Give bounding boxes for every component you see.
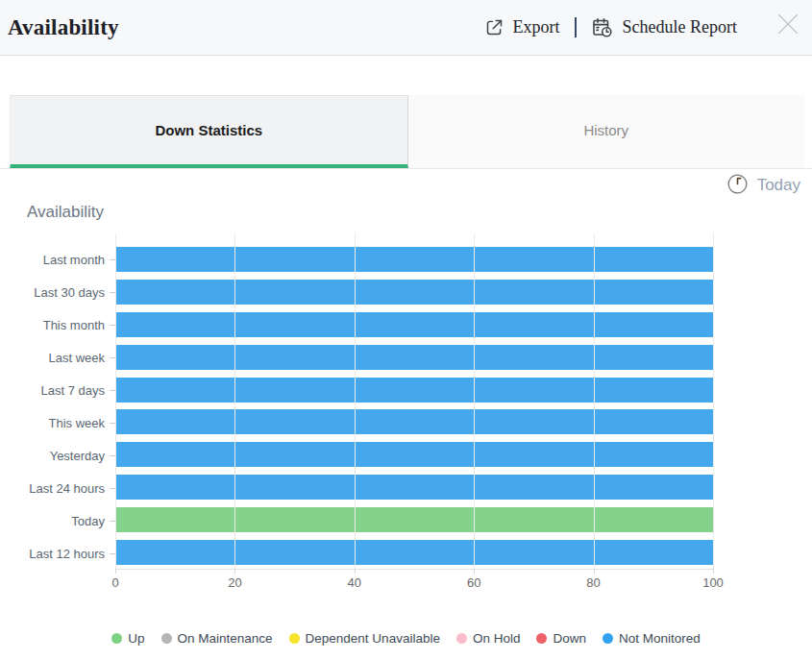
gridline: [234, 233, 235, 569]
legend-item[interactable]: Up: [111, 631, 144, 646]
y-axis-labels: Last monthLast 30 daysThis monthLast wee…: [0, 230, 115, 570]
close-icon: [774, 10, 802, 38]
category-label: Last month: [0, 243, 115, 276]
category-label: Last 7 days: [0, 374, 115, 406]
clock-icon[interactable]: [726, 172, 750, 200]
x-tick-mark: [713, 569, 714, 574]
dialog-title: Availability: [8, 15, 119, 40]
schedule-report-label: Schedule Report: [623, 17, 737, 37]
plot-area: [115, 230, 713, 570]
x-tick-label: 0: [111, 575, 118, 590]
legend-item[interactable]: Dependent Unavailable: [289, 631, 440, 646]
bar-row: [115, 243, 713, 276]
x-tick-label: 20: [228, 575, 241, 590]
bar-row: [115, 471, 713, 503]
availability-bar[interactable]: [115, 312, 713, 337]
tab-history-label: History: [583, 122, 628, 138]
x-axis: 020406080100: [115, 570, 713, 595]
dialog-header: Availability Export: [0, 0, 812, 56]
bar-row: [115, 438, 713, 471]
legend-dot-icon: [603, 633, 613, 644]
gridline: [474, 233, 475, 569]
x-tick-label: 60: [467, 575, 480, 590]
bar-row: [115, 503, 713, 536]
close-button[interactable]: [771, 7, 805, 41]
gridline: [115, 233, 116, 569]
bar-row: [115, 308, 713, 341]
availability-bar[interactable]: [115, 247, 713, 272]
bar-rows: [115, 243, 713, 569]
category-label: Last week: [0, 341, 115, 374]
legend-label: Dependent Unavailable: [306, 631, 440, 646]
legend-dot-icon: [536, 633, 547, 644]
legend-label: On Maintenance: [178, 631, 273, 646]
x-tick-label: 40: [348, 575, 361, 590]
category-label: Yesterday: [0, 439, 115, 472]
availability-bar[interactable]: [115, 475, 713, 500]
availability-bar[interactable]: [115, 280, 713, 305]
x-tick-label: 100: [702, 575, 724, 590]
tab-down-statistics-label: Down Statistics: [155, 122, 262, 138]
action-separator: [575, 17, 577, 37]
category-label: Last 30 days: [0, 276, 115, 308]
bar-row: [115, 341, 713, 374]
bar-row: [115, 374, 713, 406]
schedule-report-button[interactable]: Schedule Report: [591, 16, 737, 39]
period-row: Today: [0, 170, 812, 201]
bar-row: [115, 406, 713, 439]
category-label: Today: [0, 504, 115, 537]
availability-bar[interactable]: [115, 540, 713, 565]
calendar-clock-icon: [591, 16, 614, 39]
period-label[interactable]: Today: [757, 176, 800, 195]
category-label: This week: [0, 406, 115, 439]
availability-bar[interactable]: [115, 507, 713, 532]
legend-dot-icon: [289, 633, 300, 644]
category-label: Last 24 hours: [0, 472, 115, 504]
export-button[interactable]: Export: [484, 17, 560, 37]
category-label: This month: [0, 308, 115, 341]
legend-dot-icon: [111, 633, 122, 644]
x-tick-label: 80: [586, 575, 600, 590]
bar-row: [115, 536, 713, 569]
legend-item[interactable]: On Hold: [456, 631, 521, 646]
tab-bar: Down Statistics History: [0, 95, 812, 169]
legend-dot-icon: [456, 633, 467, 644]
legend-label: On Hold: [473, 631, 521, 646]
gridline: [355, 233, 356, 569]
category-label: Last 12 hours: [0, 537, 115, 570]
legend-label: Not Monitored: [619, 631, 701, 646]
tab-history[interactable]: History: [408, 95, 805, 168]
chart-legend: UpOn MaintenanceDependent UnavailableOn …: [0, 631, 812, 646]
chart-title: Availability: [27, 203, 812, 226]
availability-bar[interactable]: [115, 378, 713, 403]
bar-row: [115, 276, 713, 308]
legend-dot-icon: [161, 633, 172, 644]
header-actions: Export Schedule Report: [484, 16, 737, 39]
legend-item[interactable]: On Maintenance: [161, 631, 273, 646]
export-icon: [484, 17, 504, 37]
export-label: Export: [513, 17, 560, 37]
legend-item[interactable]: Not Monitored: [603, 631, 701, 646]
availability-chart: Last monthLast 30 daysThis monthLast wee…: [0, 230, 812, 570]
tab-down-statistics[interactable]: Down Statistics: [10, 95, 408, 168]
legend-label: Up: [128, 631, 144, 646]
gridline: [713, 233, 714, 569]
availability-bar[interactable]: [115, 442, 713, 467]
availability-bar[interactable]: [115, 409, 713, 434]
legend-item[interactable]: Down: [536, 631, 586, 646]
availability-bar[interactable]: [115, 345, 713, 370]
legend-label: Down: [553, 631, 586, 646]
gridline: [594, 233, 595, 569]
